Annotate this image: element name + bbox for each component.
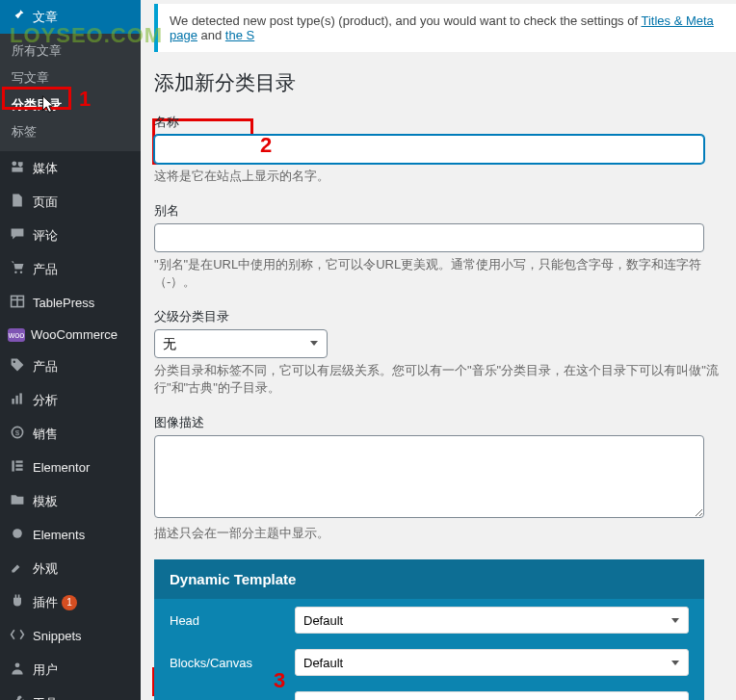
notice-text-mid: and	[201, 28, 225, 42]
svg-point-3	[20, 272, 22, 273]
svg-rect-16	[15, 468, 22, 470]
admin-notice: We detected new post type(s) (product), …	[154, 4, 736, 52]
dynamic-row-head: Head Default	[154, 599, 704, 641]
sidebar-item-label: 销售	[33, 426, 58, 443]
plugins-icon	[8, 593, 27, 611]
sidebar-item-snippets[interactable]: Snippets	[0, 619, 141, 653]
field-description: 图像描述 描述只会在一部分主题中显示。	[154, 414, 723, 542]
svg-rect-8	[12, 399, 13, 404]
sidebar-item-sales[interactable]: $ 销售	[0, 417, 141, 451]
annotation-number-3: 3	[274, 668, 285, 693]
sidebar-item-products[interactable]: 产品	[0, 350, 141, 383]
comments-icon	[8, 226, 27, 245]
update-badge: 1	[62, 595, 77, 610]
field-name: 名称 这将是它在站点上显示的名字。	[154, 114, 723, 185]
notice-text: We detected new post type(s) (product), …	[170, 13, 724, 42]
svg-rect-9	[15, 396, 17, 404]
sidebar-item-templates[interactable]: 模板	[0, 484, 141, 518]
analytics-icon	[8, 391, 27, 409]
submenu-item-all-posts[interactable]: 所有文章	[0, 38, 141, 65]
sidebar-item-label: 产品	[33, 261, 58, 278]
svg-point-7	[13, 361, 15, 363]
sales-icon: $	[8, 425, 27, 443]
sidebar-item-appearance[interactable]: 外观	[0, 552, 141, 585]
page-icon	[8, 193, 27, 211]
select-parent[interactable]: 无	[154, 329, 328, 358]
sidebar-item-label: 媒体	[33, 160, 58, 177]
label-parent: 父级分类目录	[154, 308, 723, 325]
sidebar-item-label: Elements	[33, 528, 85, 542]
sidebar-item-label: 产品	[33, 358, 58, 376]
select-dynamic-single[interactable]: Default	[295, 691, 689, 700]
dynamic-label-head: Head	[170, 613, 295, 628]
mouse-cursor-icon	[37, 94, 58, 116]
dynamic-template-header: Dynamic Template	[154, 559, 704, 599]
users-icon	[8, 661, 27, 679]
label-slug: 别名	[154, 202, 723, 220]
sidebar-item-label: 模板	[33, 493, 58, 510]
admin-sidebar: 文章 所有文章 写文章 分类目录 标签 媒体 页面 评论 产品 TablePre…	[0, 0, 141, 700]
field-parent: 父级分类目录 无 分类目录和标签不同，它可以有层级关系。您可以有一个"音乐"分类…	[154, 308, 723, 397]
desc-name: 这将是它在站点上显示的名字。	[154, 168, 723, 185]
submenu-item-categories[interactable]: 分类目录	[0, 91, 141, 118]
input-slug[interactable]	[154, 223, 704, 252]
push-pin-icon	[8, 8, 27, 26]
sidebar-item-pages[interactable]: 页面	[0, 185, 141, 219]
table-icon	[8, 294, 27, 312]
sidebar-item-elementor[interactable]: Elementor	[0, 451, 141, 484]
sidebar-item-products-cart[interactable]: 产品	[0, 252, 141, 286]
sidebar-item-label: 工具	[33, 695, 58, 701]
cart-icon	[8, 260, 27, 278]
svg-text:$: $	[15, 428, 20, 437]
sidebar-item-label: WooCommerce	[31, 327, 118, 342]
svg-point-2	[14, 272, 16, 273]
dynamic-row-blocks: Blocks/Canvas Default	[154, 641, 704, 684]
sidebar-item-analytics[interactable]: 分析	[0, 383, 141, 417]
svg-point-17	[13, 529, 22, 538]
dynamic-template-panel: Dynamic Template Head Default Blocks/Can…	[154, 559, 704, 700]
sidebar-item-elements[interactable]: Elements	[0, 518, 141, 552]
desc-parent: 分类目录和标签不同，它可以有层级关系。您可以有一个"音乐"分类目录，在这个目录下…	[154, 362, 723, 397]
svg-point-0	[12, 161, 16, 166]
sidebar-submenu: 所有文章 写文章 分类目录 标签	[0, 34, 141, 151]
desc-slug: "别名"是在URL中使用的别称，它可以令URL更美观。通常使用小写，只能包含字母…	[154, 256, 723, 291]
elements-icon	[8, 526, 27, 544]
svg-rect-13	[12, 460, 13, 471]
label-description: 图像描述	[154, 414, 723, 431]
dynamic-row-single: Single Default	[154, 684, 704, 700]
sidebar-item-woocommerce[interactable]: woo WooCommerce	[0, 320, 141, 350]
snippets-icon	[8, 627, 27, 645]
select-dynamic-blocks[interactable]: Default	[295, 649, 689, 676]
sidebar-item-media[interactable]: 媒体	[0, 151, 141, 185]
folder-icon	[8, 492, 27, 510]
sidebar-item-label: 评论	[33, 227, 58, 245]
sidebar-item-comments[interactable]: 评论	[0, 219, 141, 252]
appearance-icon	[8, 559, 27, 578]
input-name[interactable]	[154, 135, 704, 164]
notice-text-before: We detected new post type(s) (product), …	[170, 13, 641, 28]
notice-link-secondary[interactable]: the S	[225, 28, 254, 42]
main-content: We detected new post type(s) (product), …	[141, 0, 736, 700]
sidebar-item-plugins[interactable]: 插件 1	[0, 585, 141, 619]
sidebar-item-users[interactable]: 用户	[0, 653, 141, 687]
tag-icon	[8, 357, 27, 376]
annotation-number-1: 1	[79, 87, 91, 112]
svg-rect-14	[15, 460, 22, 462]
submenu-item-tags[interactable]: 标签	[0, 118, 141, 145]
sidebar-item-label: 分析	[33, 392, 58, 409]
sidebar-item-tablepress[interactable]: TablePress	[0, 286, 141, 320]
annotation-number-2: 2	[260, 133, 272, 158]
woo-icon: woo	[8, 328, 25, 342]
sidebar-item-tools[interactable]: 工具	[0, 687, 141, 700]
sidebar-item-label: TablePress	[33, 296, 94, 310]
media-icon	[8, 159, 27, 177]
textarea-description[interactable]	[154, 435, 704, 518]
select-dynamic-head[interactable]: Default	[295, 607, 689, 634]
submenu-item-new-post[interactable]: 写文章	[0, 65, 141, 91]
label-name: 名称	[154, 114, 723, 131]
page-title: 添加新分类目录	[154, 69, 723, 96]
sidebar-item-label: Elementor	[33, 460, 90, 475]
sidebar-item-posts[interactable]: 文章	[0, 0, 141, 34]
field-slug: 别名 "别名"是在URL中使用的别称，它可以令URL更美观。通常使用小写，只能包…	[154, 202, 723, 291]
svg-rect-1	[12, 168, 22, 172]
